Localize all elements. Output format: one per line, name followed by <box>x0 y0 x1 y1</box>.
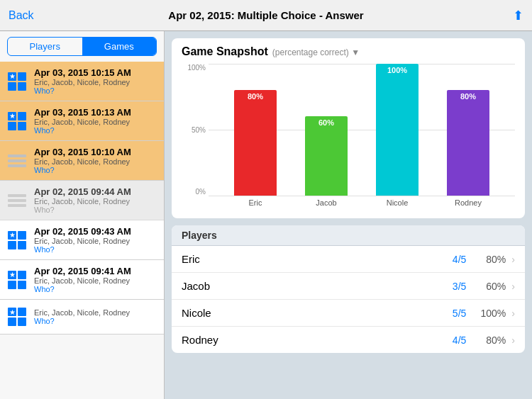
game-who: Who? <box>34 285 158 293</box>
icon-cell <box>18 82 26 91</box>
game-who: Who? <box>34 245 158 254</box>
game-datetime: Apr 03, 2015 10:15 AM <box>34 67 158 78</box>
bar-group: 80% <box>433 90 504 196</box>
game-datetime: Apr 02, 2015 09:41 AM <box>34 266 158 276</box>
player-fraction: 4/5 <box>453 335 466 346</box>
icon-line <box>8 159 26 162</box>
share-button[interactable]: ⬆ <box>513 8 523 23</box>
main-content: Players Games ★ Apr 03, 2015 10:15 AM Er… <box>0 31 532 399</box>
game-item[interactable]: ★ Apr 03, 2015 10:15 AM Eric, Jacob, Nic… <box>0 62 164 101</box>
game-item[interactable]: ★ Apr 03, 2015 10:13 AM Eric, Jacob, Nic… <box>0 101 164 141</box>
icon-cell <box>8 241 16 249</box>
bar: 100% <box>376 64 419 196</box>
bar: 80% <box>447 90 489 196</box>
game-info: Eric, Jacob, Nicole, Rodney Who? <box>34 308 158 325</box>
lines-icon <box>8 194 26 207</box>
bar: 60% <box>305 116 348 196</box>
game-info: Apr 03, 2015 10:13 AM Eric, Jacob, Nicol… <box>34 107 158 135</box>
grid-icon: ★ <box>8 308 26 326</box>
player-row[interactable]: Rodney 4/5 80% › <box>172 327 525 353</box>
icon-line <box>8 154 26 157</box>
bar-group: 60% <box>291 116 362 196</box>
bar-group: 100% <box>362 64 433 196</box>
game-icon: ★ <box>6 229 28 252</box>
game-players: Eric, Jacob, Nicole, Rodney <box>34 237 158 245</box>
icon-line <box>8 204 26 207</box>
icon-cell: ★ <box>8 308 16 316</box>
game-datetime: Apr 03, 2015 10:13 AM <box>34 107 158 118</box>
game-who: Who? <box>34 166 158 174</box>
icon-cell <box>18 271 26 279</box>
game-info: Apr 03, 2015 10:15 AM Eric, Jacob, Nicol… <box>34 67 158 95</box>
icon-line <box>8 194 26 197</box>
game-datetime: Apr 02, 2015 09:43 AM <box>34 226 158 237</box>
game-datetime: Apr 03, 2015 10:10 AM <box>34 147 158 157</box>
segment-games[interactable]: Games <box>82 38 157 55</box>
player-row[interactable]: Jacob 3/5 60% › <box>172 273 525 300</box>
icon-cell <box>18 231 26 240</box>
game-players: Eric, Jacob, Nicole, Rodney <box>34 118 158 126</box>
game-players: Eric, Jacob, Nicole, Rodney <box>34 78 158 86</box>
x-label: Nicole <box>362 196 433 213</box>
player-name: Rodney <box>182 334 453 346</box>
icon-cell <box>8 281 16 289</box>
chart-subtitle[interactable]: (percentage correct) ▼ <box>272 47 360 57</box>
grid-icon: ★ <box>8 72 26 91</box>
icon-line <box>8 164 26 167</box>
player-fraction: 5/5 <box>453 308 466 319</box>
chevron-right-icon: › <box>511 254 515 265</box>
game-icon: ★ <box>6 305 28 328</box>
game-item[interactable]: ★ Apr 02, 2015 09:41 AM Eric, Jacob, Nic… <box>0 260 164 300</box>
chevron-right-icon: › <box>511 335 515 346</box>
game-item[interactable]: Apr 03, 2015 10:10 AM Eric, Jacob, Nicol… <box>0 141 164 181</box>
x-label: Rodney <box>433 196 504 213</box>
game-datetime: Apr 02, 2015 09:44 AM <box>34 186 158 197</box>
player-percent: 100% <box>477 308 506 319</box>
players-section: Players Eric 4/5 80% › Jacob 3/5 60% › N… <box>172 225 525 353</box>
game-who: Who? <box>34 86 158 95</box>
game-info: Apr 02, 2015 09:43 AM Eric, Jacob, Nicol… <box>34 226 158 254</box>
icon-cell <box>18 241 26 249</box>
game-item[interactable]: ★ Eric, Jacob, Nicole, Rodney Who? <box>0 300 164 335</box>
icon-line <box>8 199 26 202</box>
player-row[interactable]: Eric 4/5 80% › <box>172 246 525 273</box>
icon-cell: ★ <box>8 231 16 240</box>
game-info: Apr 03, 2015 10:10 AM Eric, Jacob, Nicol… <box>34 147 158 174</box>
game-icon: ★ <box>6 110 28 133</box>
game-item[interactable]: ★ Apr 02, 2015 09:43 AM Eric, Jacob, Nic… <box>0 220 164 260</box>
y-label-0: 0% <box>196 188 206 196</box>
bar-value-label: 60% <box>318 118 334 127</box>
icon-cell: ★ <box>8 72 16 81</box>
icon-cell <box>8 317 16 326</box>
bar-value-label: 80% <box>248 92 263 101</box>
game-icon: ★ <box>6 269 28 291</box>
segment-players[interactable]: Players <box>8 38 82 55</box>
icon-cell <box>18 308 26 316</box>
bar-value-label: 100% <box>387 66 407 74</box>
game-icon <box>6 150 28 172</box>
player-fraction: 3/5 <box>453 281 466 292</box>
player-percent: 80% <box>477 254 506 265</box>
chevron-right-icon: › <box>511 281 515 292</box>
game-list: ★ Apr 03, 2015 10:15 AM Eric, Jacob, Nic… <box>0 62 164 399</box>
y-label-100: 100% <box>187 64 206 72</box>
icon-cell <box>18 281 26 289</box>
bar: 80% <box>234 90 277 196</box>
game-players: Eric, Jacob, Nicole, Rodney <box>34 308 158 317</box>
chart-inner: 80% 60% 100% 80% EricJacobNicoleRodney <box>209 64 515 213</box>
back-button[interactable]: Back <box>9 9 34 22</box>
game-icon <box>6 189 28 212</box>
chevron-right-icon: › <box>511 308 515 319</box>
player-row[interactable]: Nicole 5/5 100% › <box>172 300 525 327</box>
game-item[interactable]: Apr 02, 2015 09:44 AM Eric, Jacob, Nicol… <box>0 181 164 220</box>
chart-title: Game Snapshot <box>182 45 268 58</box>
game-icon: ★ <box>6 70 28 93</box>
game-who: Who? <box>34 317 158 325</box>
grid-icon: ★ <box>8 271 26 289</box>
y-axis: 100% 50% 0% <box>182 64 209 196</box>
player-name: Eric <box>182 253 453 265</box>
player-percent: 60% <box>477 281 506 292</box>
icon-cell <box>8 122 16 130</box>
game-players: Eric, Jacob, Nicole, Rodney <box>34 276 158 285</box>
game-info: Apr 02, 2015 09:44 AM Eric, Jacob, Nicol… <box>34 186 158 214</box>
